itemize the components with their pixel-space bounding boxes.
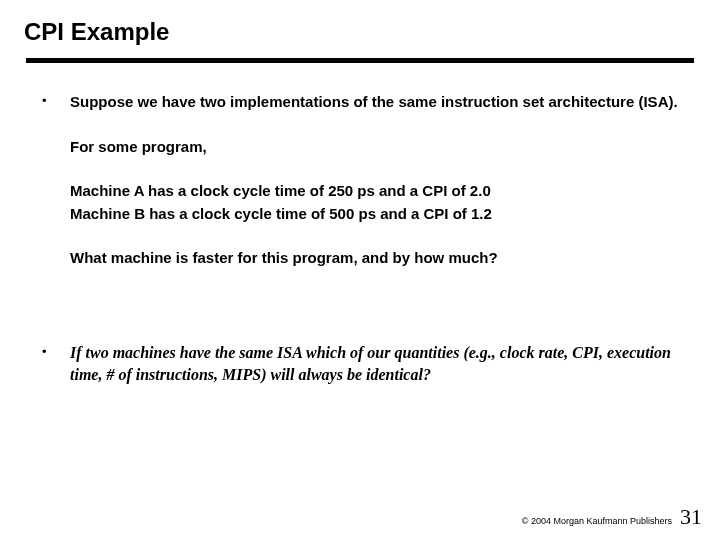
footer: © 2004 Morgan Kaufmann Publishers 31 [522,504,702,530]
copyright-text: © 2004 Morgan Kaufmann Publishers [522,516,672,526]
bullet-body: Suppose we have two implementations of t… [70,91,678,270]
paragraph: What machine is faster for this program,… [70,247,678,270]
paragraph: For some program, [70,136,678,159]
bullet-item: • Suppose we have two implementations of… [42,91,678,270]
paragraph: Suppose we have two implementations of t… [70,91,678,114]
slide-content: • Suppose we have two implementations of… [24,91,696,386]
slide: CPI Example • Suppose we have two implem… [0,0,720,540]
page-number: 31 [680,504,702,530]
paragraph: If two machines have the same ISA which … [70,342,678,387]
bullet-marker: • [42,91,70,270]
bullet-body: If two machines have the same ISA which … [70,342,678,387]
bullet-marker: • [42,342,70,387]
title-rule [26,58,694,63]
slide-title: CPI Example [24,18,696,46]
bullet-item: • If two machines have the same ISA whic… [42,342,678,387]
paragraph: Machine A has a clock cycle time of 250 … [70,180,678,225]
